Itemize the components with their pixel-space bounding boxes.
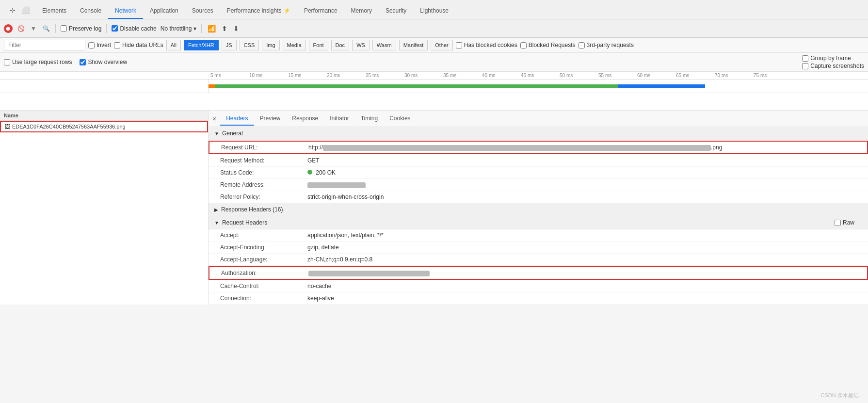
preserve-log-checkbox[interactable]	[61, 25, 67, 32]
filter-js-button[interactable]: JS	[222, 40, 237, 50]
has-blocked-cookies-label[interactable]: Has blocked cookies	[456, 42, 517, 48]
throttling-text: No throttling	[161, 25, 192, 32]
blocked-requests-text: Blocked Requests	[529, 42, 576, 48]
status-code-value: 200 OK	[307, 169, 856, 176]
tab-application[interactable]: Application	[143, 3, 185, 19]
filter-other-button[interactable]: Other	[431, 40, 453, 50]
tab-console[interactable]: Console	[73, 3, 108, 19]
search-button[interactable]: 🔍	[42, 24, 50, 33]
tick-25ms: 25 ms	[366, 73, 404, 78]
preserve-log-label[interactable]: Preserve log	[61, 25, 101, 32]
capture-screenshots-checkbox[interactable]	[802, 63, 808, 69]
blocked-requests-checkbox[interactable]	[520, 42, 527, 48]
hide-data-urls-checkbox[interactable]	[114, 42, 120, 48]
tab-perf-insights[interactable]: Performance insights ⚡	[220, 3, 297, 19]
separator	[55, 24, 56, 33]
large-rows-text: Use large request rows	[12, 59, 72, 65]
tab-timing[interactable]: Timing	[355, 112, 384, 126]
request-headers-title-wrap: ▼ Request Headers	[214, 219, 267, 226]
connection-row: Connection: keep-alive	[209, 292, 868, 305]
request-list-item[interactable]: 🖼 EDEA1C0FA26C40CB95247563AAF55936.png	[0, 121, 208, 132]
remote-blurred	[307, 182, 366, 188]
tab-memory[interactable]: Memory	[344, 3, 379, 19]
details-tabs: × Headers Preview Response Initiator Tim…	[209, 111, 868, 127]
upload-icon[interactable]: ⬆	[221, 24, 228, 33]
show-overview-checkbox[interactable]	[80, 59, 86, 65]
group-by-frame-checkbox[interactable]	[802, 55, 808, 62]
disable-cache-checkbox[interactable]	[112, 25, 118, 32]
download-icon[interactable]: ⬇	[232, 24, 240, 33]
tab-initiator[interactable]: Initiator	[324, 112, 354, 126]
request-headers-section-header[interactable]: ▼ Request Headers Raw	[209, 216, 868, 229]
wifi-icon[interactable]: 📶	[207, 24, 217, 33]
tab-performance[interactable]: Performance	[297, 3, 344, 19]
disable-cache-text: Disable cache	[120, 25, 156, 32]
hide-data-urls-label[interactable]: Hide data URLs	[114, 42, 163, 48]
show-overview-label[interactable]: Show overview	[80, 59, 127, 65]
filter-media-button[interactable]: Media	[283, 40, 306, 50]
close-button[interactable]: ×	[212, 115, 216, 123]
raw-label[interactable]: Raw	[835, 219, 854, 226]
progress-green	[215, 84, 618, 88]
group-by-frame-label[interactable]: Group by frame	[802, 55, 864, 62]
response-headers-section[interactable]: ▶ Response Headers (16)	[209, 203, 868, 216]
tab-cookies[interactable]: Cookies	[384, 112, 416, 126]
tab-elements[interactable]: Elements	[35, 3, 73, 19]
authorization-value	[308, 270, 855, 276]
tab-security[interactable]: Security	[379, 3, 413, 19]
tick-45ms: 45 ms	[521, 73, 560, 78]
capture-screenshots-label[interactable]: Capture screenshots	[802, 63, 864, 69]
third-party-label[interactable]: 3rd-party requests	[579, 42, 634, 48]
device-icon[interactable]: ⬜	[19, 5, 32, 15]
tick-30ms: 30 ms	[404, 73, 443, 78]
accept-language-value: zh-CN,zh;q=0.9,en;q=0.8	[307, 256, 856, 263]
tab-response[interactable]: Response	[286, 112, 324, 126]
tab-sources[interactable]: Sources	[185, 3, 220, 19]
tab-preview[interactable]: Preview	[254, 112, 287, 126]
tick-35ms: 35 ms	[443, 73, 482, 78]
referrer-policy-label: Referrer Policy:	[220, 193, 307, 200]
filter-ws-button[interactable]: WS	[352, 40, 370, 50]
accept-language-row: Accept-Language: zh-CN,zh;q=0.9,en;q=0.8	[209, 254, 868, 266]
response-headers-title: Response Headers (16)	[221, 206, 283, 213]
status-text: 200 OK	[316, 169, 336, 176]
tab-lighthouse[interactable]: Lighthouse	[413, 3, 455, 19]
filter-all-button[interactable]: All	[166, 40, 181, 50]
blocked-requests-label[interactable]: Blocked Requests	[520, 42, 576, 48]
invert-checkbox[interactable]	[88, 42, 95, 48]
preserve-log-text: Preserve log	[69, 25, 101, 32]
filter-img-button[interactable]: Img	[262, 40, 279, 50]
cache-control-value: no-cache	[307, 283, 856, 290]
record-stop-button[interactable]: ⏺	[4, 24, 13, 33]
third-party-checkbox[interactable]	[579, 42, 585, 48]
filter-doc-button[interactable]: Doc	[331, 40, 350, 50]
status-code-row: Status Code: 200 OK	[209, 167, 868, 179]
has-blocked-cookies-checkbox[interactable]	[456, 42, 462, 48]
file-icon: 🖼	[5, 124, 10, 129]
filter-input[interactable]	[4, 40, 85, 50]
inspect-icon[interactable]: ⊹	[8, 5, 17, 15]
accept-row: Accept: application/json, text/plain, */…	[209, 229, 868, 242]
filter-manifest-button[interactable]: Manifest	[399, 40, 428, 50]
url-blurred	[323, 145, 711, 151]
raw-checkbox[interactable]	[835, 220, 841, 226]
filter-font-button[interactable]: Font	[309, 40, 328, 50]
disable-cache-label[interactable]: Disable cache	[112, 25, 156, 32]
throttling-selector[interactable]: No throttling ▾	[161, 25, 197, 32]
large-rows-label[interactable]: Use large request rows	[4, 59, 72, 65]
large-rows-checkbox[interactable]	[4, 59, 10, 65]
invert-label[interactable]: Invert	[88, 42, 111, 48]
tab-headers[interactable]: Headers	[220, 112, 254, 126]
capture-screenshots-text: Capture screenshots	[810, 63, 864, 69]
filter-css-button[interactable]: CSS	[240, 40, 259, 50]
request-method-value: GET	[307, 157, 856, 164]
tab-network[interactable]: Network	[108, 3, 143, 19]
timeline-name-col	[0, 75, 209, 77]
general-section-header[interactable]: ▼ General	[209, 127, 868, 140]
filter-icon-button[interactable]: ▼	[29, 24, 38, 33]
progress-blue	[618, 84, 705, 88]
filter-wasm-button[interactable]: Wasm	[372, 40, 396, 50]
clear-button[interactable]: 🚫	[16, 24, 25, 33]
accept-encoding-value: gzip, deflate	[307, 244, 856, 251]
filter-fetch-xhr-button[interactable]: Fetch/XHR	[184, 40, 219, 50]
